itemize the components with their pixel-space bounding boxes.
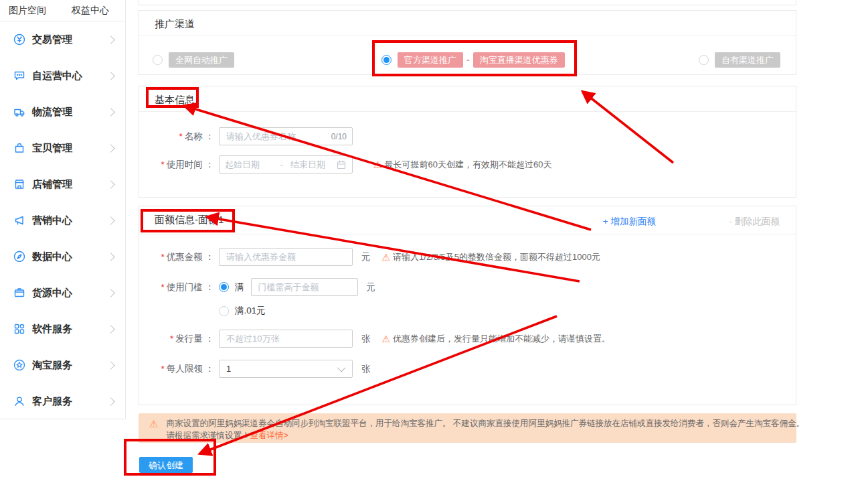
radio-selected-icon[interactable] <box>381 55 392 65</box>
sidebar-item-shop[interactable]: 店铺管理 <box>0 166 125 202</box>
channel-tag-separator: - <box>466 54 470 65</box>
sidebar-item-label: 店铺管理 <box>32 178 108 191</box>
link-image-space[interactable]: 图片空间 <box>9 5 46 17</box>
sidebar-item-label: 客户服务 <box>32 395 108 408</box>
notice-line1: 商家设置的阿里妈妈渠道券会自动同步到淘宝联盟平台，用于给淘宝客推广。 不建议商家… <box>166 417 804 429</box>
sidebar-item-label: 物流管理 <box>32 106 108 119</box>
sidebar-item-self-operation[interactable]: 自运营中心 <box>0 58 125 94</box>
denomination-card: 面额信息-面额1 + 增加新面额 - 删除此面额 *优惠金额 ： 元 ⚠请输入1… <box>139 206 796 405</box>
channel-tag[interactable]: 淘宝直播渠道优惠券 <box>473 52 565 68</box>
sidebar-topbar: 图片空间 权益中心 <box>0 0 125 21</box>
threshold-amount-input[interactable] <box>251 278 358 296</box>
confirm-create-button[interactable]: 确认创建 <box>139 457 193 473</box>
coin-icon <box>13 33 26 46</box>
sidebar-item-items[interactable]: 宝贝管理 <box>0 130 125 166</box>
date-range-input[interactable]: 起始日期 - 结束日期 <box>219 155 353 173</box>
channel-tag[interactable]: 自有渠道推广 <box>715 52 780 68</box>
radio-unselected-icon[interactable] <box>699 55 709 65</box>
limit-unit: 张 <box>361 363 371 375</box>
sidebar-item-marketing[interactable]: 营销中心 <box>0 202 125 238</box>
issue-warning: ⚠优惠券创建后，发行量只能增加不能减少，请谨慎设置。 <box>382 333 611 345</box>
time-label: *使用时间 ： <box>139 159 214 171</box>
sidebar-item-taobao-service[interactable]: 淘宝服务 <box>0 347 125 383</box>
end-date-placeholder[interactable]: 结束日期 <box>290 159 336 171</box>
delete-denomination-link[interactable]: - 删除此面额 <box>729 216 780 228</box>
calendar-icon[interactable] <box>336 159 347 170</box>
name-label: *名称 ： <box>139 131 214 143</box>
chevron-right-icon <box>106 144 115 153</box>
warning-icon: ⚠ <box>382 334 391 344</box>
notice-text: 商家设置的阿里妈妈渠道券会自动同步到淘宝联盟平台，用于给淘宝客推广。 不建议商家… <box>166 417 804 443</box>
channel-tag[interactable]: 全网自动推广 <box>169 52 234 68</box>
sidebar-item-label: 淘宝服务 <box>32 359 108 372</box>
radio-unselected-icon[interactable] <box>153 55 163 65</box>
sidebar-item-trade[interactable]: 交易管理 <box>0 21 125 58</box>
chevron-right-icon <box>106 361 115 370</box>
chevron-right-icon <box>106 72 115 80</box>
sidebar-item-data[interactable]: 数据中心 <box>0 238 125 275</box>
amount-label: *优惠金额 ： <box>139 251 214 263</box>
threshold-radio2-label[interactable]: 满.01元 <box>235 305 266 317</box>
section-title-basic: 基本信息 <box>155 94 195 107</box>
issue-label: *发行量 ： <box>139 333 214 345</box>
link-rights-center[interactable]: 权益中心 <box>72 5 109 17</box>
amount-unit: 元 <box>361 251 371 263</box>
radio-selected-icon[interactable] <box>219 282 229 292</box>
required-mark: * <box>170 334 173 344</box>
star-icon <box>13 358 26 372</box>
sidebar-item-customer-service[interactable]: 客户服务 <box>0 383 125 419</box>
megaphone-icon <box>13 214 26 227</box>
grid-icon <box>13 322 26 336</box>
date-dash: - <box>273 159 290 169</box>
sidebar-item-label: 营销中心 <box>32 214 108 227</box>
limit-selected-value: 1 <box>226 364 231 374</box>
truck-icon <box>13 105 26 119</box>
radio-unselected-icon[interactable] <box>219 306 229 316</box>
channel-option-official[interactable]: 官方渠道推广 - 淘宝直播渠道优惠券 <box>381 52 565 68</box>
issue-unit: 张 <box>361 333 371 345</box>
notice-line2: 请根据需求谨慎设置！ <box>166 431 250 440</box>
coupon-amount-input[interactable] <box>219 248 353 266</box>
alimama-sync-notice: ⚠ 商家设置的阿里妈妈渠道券会自动同步到淘宝联盟平台，用于给淘宝客推广。 不建议… <box>139 413 796 443</box>
sidebar: 图片空间 权益中心 交易管理 自运营中心 物流管理 宝贝管理 店铺管理 营销中心… <box>0 0 126 419</box>
limit-label: *每人限领 ： <box>139 363 214 375</box>
sidebar-item-label: 自运营中心 <box>32 70 108 82</box>
promotion-channel-card: 推广渠道 全网自动推广 官方渠道推广 - 淘宝直播渠道优惠券 自有渠道推广 <box>139 10 796 75</box>
warning-icon: ⚠ <box>373 159 382 170</box>
chevron-right-icon <box>106 108 115 117</box>
sidebar-item-label: 软件服务 <box>32 323 108 336</box>
coupon-name-input[interactable] <box>219 127 353 145</box>
channel-tag[interactable]: 官方渠道推广 <box>398 52 463 68</box>
threshold-radio1-label[interactable]: 满 <box>235 281 244 293</box>
amount-warning: ⚠请输入1/2/3/5及5的整数倍金额，面额不得超过1000元 <box>382 251 600 263</box>
chevron-right-icon <box>106 36 115 44</box>
sidebar-item-supply[interactable]: 货源中心 <box>0 275 125 311</box>
chat-icon <box>13 69 26 82</box>
sidebar-item-label: 交易管理 <box>32 33 108 46</box>
chevron-right-icon <box>106 216 115 225</box>
add-denomination-link[interactable]: + 增加新面额 <box>603 216 656 228</box>
channel-option-auto[interactable]: 全网自动推广 <box>153 52 234 68</box>
threshold-label: *使用门槛 ： <box>139 281 214 293</box>
chevron-right-icon <box>106 325 115 334</box>
warning-icon: ⚠ <box>149 418 158 443</box>
start-date-placeholder[interactable]: 起始日期 <box>225 159 273 171</box>
required-mark: * <box>179 131 182 141</box>
chevron-right-icon <box>106 289 115 297</box>
chevron-right-icon <box>106 253 115 261</box>
compass-icon <box>13 250 26 263</box>
sidebar-item-label: 宝贝管理 <box>32 142 108 155</box>
view-details-link[interactable]: 查看详情> <box>250 431 288 440</box>
channel-option-own[interactable]: 自有渠道推广 <box>699 52 780 68</box>
sidebar-item-label: 货源中心 <box>32 287 108 299</box>
required-mark: * <box>161 364 164 374</box>
threshold-unit: 元 <box>367 281 376 293</box>
sidebar-item-software[interactable]: 软件服务 <box>0 311 125 347</box>
per-person-limit-select[interactable]: 1 <box>219 360 353 378</box>
sidebar-item-logistics[interactable]: 物流管理 <box>0 94 125 130</box>
issue-count-input[interactable] <box>219 330 353 348</box>
shop-icon <box>13 178 26 191</box>
required-mark: * <box>161 252 164 262</box>
box-icon <box>13 286 26 299</box>
required-mark: * <box>161 159 164 169</box>
